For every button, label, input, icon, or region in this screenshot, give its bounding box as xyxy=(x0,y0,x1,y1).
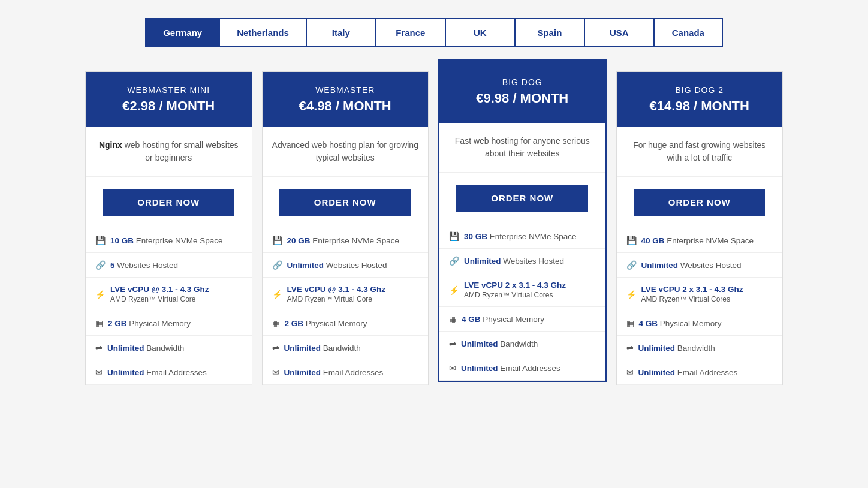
feature-row-big-dog-2-5: ✉Unlimited Email Addresses xyxy=(617,360,783,385)
feature-row-big-dog-2-3: ▦4 GB Physical Memory xyxy=(617,311,783,336)
feature-text-webmaster-1: Unlimited Websites Hosted xyxy=(287,261,387,270)
plan-header-big-dog: BIG DOG€9.98 / MONTH xyxy=(439,61,605,123)
feature-icon-webmaster-mini-0: 💾 xyxy=(95,236,106,245)
plan-name-big-dog: BIG DOG xyxy=(449,77,596,87)
feature-text-big-dog-2-4: Unlimited Bandwidth xyxy=(638,344,715,353)
feature-row-webmaster-mini-1: 🔗5 Websites Hosted xyxy=(86,253,252,278)
feature-row-webmaster-mini-2: ⚡LVE vCPU @ 3.1 - 4.3 GhzAMD Ryzen™ Virt… xyxy=(86,278,252,311)
feature-icon-webmaster-mini-2: ⚡ xyxy=(95,290,106,299)
feature-text-big-dog-2-1: Unlimited Websites Hosted xyxy=(641,261,742,270)
feature-subtext-webmaster-2: AMD Ryzen™ Virtual Core xyxy=(287,295,385,303)
feature-text-big-dog-3: 4 GB Physical Memory xyxy=(462,315,544,324)
plan-name-webmaster: WEBMASTER xyxy=(272,85,419,95)
plan-card-big-dog: BIG DOG€9.98 / MONTHFast web hosting for… xyxy=(438,59,607,382)
feature-highlight-big-dog-2: LVE vCPU 2 x 3.1 - 4.3 Ghz xyxy=(464,281,566,290)
feature-row-webmaster-5: ✉Unlimited Email Addresses xyxy=(263,360,429,385)
feature-highlight-webmaster-mini-2: LVE vCPU @ 3.1 - 4.3 Ghz xyxy=(110,285,209,294)
feature-icon-big-dog-1: 🔗 xyxy=(449,256,459,266)
plan-description-big-dog-2: For huge and fast growing websites with … xyxy=(617,127,783,177)
feature-row-big-dog-2: ⚡LVE vCPU 2 x 3.1 - 4.3 GhzAMD Ryzen™ Vi… xyxy=(439,273,605,307)
feature-row-big-dog-5: ✉Unlimited Email Addresses xyxy=(439,356,605,381)
plan-features-webmaster: 💾20 GB Enterprise NVMe Space🔗Unlimited W… xyxy=(263,228,429,385)
order-button-webmaster-mini[interactable]: ORDER NOW xyxy=(103,189,234,216)
order-btn-wrapper-webmaster-mini: ORDER NOW xyxy=(86,177,252,228)
feature-row-big-dog-1: 🔗Unlimited Websites Hosted xyxy=(439,249,605,273)
order-button-webmaster[interactable]: ORDER NOW xyxy=(279,189,411,216)
feature-text-big-dog-0: 30 GB Enterprise NVMe Space xyxy=(464,232,577,241)
feature-highlight-big-dog-2-2: LVE vCPU 2 x 3.1 - 4.3 Ghz xyxy=(641,285,743,294)
feature-icon-big-dog-2-3: ▦ xyxy=(626,318,634,328)
plan-card-webmaster: WEBMASTER€4.98 / MONTHAdvanced web hosti… xyxy=(262,71,429,385)
feature-icon-webmaster-mini-4: ⇌ xyxy=(95,343,103,353)
plans-container: WEBMASTER MINI€2.98 / MONTHNginx web hos… xyxy=(80,71,788,385)
feature-row-webmaster-mini-4: ⇌Unlimited Bandwidth xyxy=(86,336,252,360)
country-tab-spain[interactable]: Spain xyxy=(514,18,584,47)
order-btn-wrapper-webmaster: ORDER NOW xyxy=(263,177,429,228)
plan-card-big-dog-2: BIG DOG 2€14.98 / MONTHFor huge and fast… xyxy=(616,71,783,385)
feature-text-big-dog-2-3: 4 GB Physical Memory xyxy=(639,319,722,328)
feature-text-webmaster-mini-3: 2 GB Physical Memory xyxy=(108,319,191,328)
order-button-big-dog[interactable]: ORDER NOW xyxy=(456,185,588,212)
feature-highlight-webmaster-5: Unlimited xyxy=(284,368,321,377)
feature-highlight-big-dog-3: 4 GB xyxy=(462,315,481,324)
feature-subtext-big-dog-2-2: AMD Ryzen™ Virtual Cores xyxy=(641,295,743,303)
plan-features-webmaster-mini: 💾10 GB Enterprise NVMe Space🔗5 Websites … xyxy=(86,228,252,385)
feature-highlight-big-dog-0: 30 GB xyxy=(464,232,487,241)
plan-name-big-dog-2: BIG DOG 2 xyxy=(626,85,773,95)
feature-text-big-dog-4: Unlimited Bandwidth xyxy=(461,339,538,348)
feature-icon-webmaster-mini-3: ▦ xyxy=(95,318,103,328)
country-tab-canada[interactable]: Canada xyxy=(653,18,723,47)
feature-icon-webmaster-1: 🔗 xyxy=(272,260,282,270)
feature-icon-big-dog-0: 💾 xyxy=(449,231,459,241)
feature-icon-big-dog-2-4: ⇌ xyxy=(626,343,634,353)
feature-highlight-webmaster-mini-1: 5 xyxy=(110,261,115,270)
feature-icon-big-dog-2-5: ✉ xyxy=(626,367,634,377)
plan-header-webmaster-mini: WEBMASTER MINI€2.98 / MONTH xyxy=(86,72,252,127)
plan-features-big-dog-2: 💾40 GB Enterprise NVMe Space🔗Unlimited W… xyxy=(617,228,783,385)
feature-text-webmaster-4: Unlimited Bandwidth xyxy=(284,344,361,353)
feature-row-big-dog-2-4: ⇌Unlimited Bandwidth xyxy=(617,336,783,360)
plan-description-webmaster: Advanced web hosting plan for growing ty… xyxy=(263,127,429,177)
feature-highlight-big-dog-2-3: 4 GB xyxy=(639,319,658,328)
feature-row-big-dog-0: 💾30 GB Enterprise NVMe Space xyxy=(439,224,605,249)
plan-price-webmaster-mini: €2.98 / MONTH xyxy=(95,98,242,114)
feature-text-big-dog-2-5: Unlimited Email Addresses xyxy=(638,368,738,377)
feature-highlight-webmaster-1: Unlimited xyxy=(287,261,324,270)
plan-price-webmaster: €4.98 / MONTH xyxy=(272,98,419,114)
plan-description-webmaster-mini: Nginx web hosting for small websites or … xyxy=(86,127,252,177)
country-tab-uk[interactable]: UK xyxy=(445,18,514,47)
feature-row-big-dog-4: ⇌Unlimited Bandwidth xyxy=(439,332,605,356)
feature-text-big-dog-5: Unlimited Email Addresses xyxy=(461,364,560,373)
feature-subtext-webmaster-mini-2: AMD Ryzen™ Virtual Core xyxy=(110,295,209,303)
feature-icon-webmaster-mini-1: 🔗 xyxy=(95,260,106,270)
feature-icon-webmaster-5: ✉ xyxy=(272,367,279,377)
country-tab-usa[interactable]: USA xyxy=(584,18,653,47)
feature-highlight-webmaster-mini-5: Unlimited xyxy=(107,368,144,377)
feature-highlight-webmaster-2: LVE vCPU @ 3.1 - 4.3 Ghz xyxy=(287,285,385,294)
feature-text-webmaster-2: LVE vCPU @ 3.1 - 4.3 GhzAMD Ryzen™ Virtu… xyxy=(287,285,385,303)
feature-highlight-big-dog-2-4: Unlimited xyxy=(638,344,676,353)
country-tab-germany[interactable]: Germany xyxy=(145,18,219,47)
feature-row-big-dog-2-0: 💾40 GB Enterprise NVMe Space xyxy=(617,228,783,253)
country-tab-italy[interactable]: Italy xyxy=(306,18,375,47)
plan-features-big-dog: 💾30 GB Enterprise NVMe Space🔗Unlimited W… xyxy=(439,224,605,381)
feature-highlight-webmaster-mini-4: Unlimited xyxy=(107,344,144,353)
country-tab-netherlands[interactable]: Netherlands xyxy=(219,18,306,47)
feature-text-big-dog-2-2: LVE vCPU 2 x 3.1 - 4.3 GhzAMD Ryzen™ Vir… xyxy=(641,285,743,303)
order-btn-wrapper-big-dog: ORDER NOW xyxy=(439,173,605,224)
order-button-big-dog-2[interactable]: ORDER NOW xyxy=(634,189,765,216)
feature-text-webmaster-0: 20 GB Enterprise NVMe Space xyxy=(287,236,400,245)
feature-subtext-big-dog-2: AMD Ryzen™ Virtual Cores xyxy=(464,291,566,299)
plan-header-big-dog-2: BIG DOG 2€14.98 / MONTH xyxy=(617,72,783,127)
plan-price-big-dog-2: €14.98 / MONTH xyxy=(626,98,773,114)
feature-row-big-dog-3: ▦4 GB Physical Memory xyxy=(439,307,605,332)
feature-row-big-dog-2-2: ⚡LVE vCPU 2 x 3.1 - 4.3 GhzAMD Ryzen™ Vi… xyxy=(617,278,783,311)
feature-highlight-webmaster-mini-0: 10 GB xyxy=(110,236,134,245)
feature-text-webmaster-3: 2 GB Physical Memory xyxy=(285,319,367,328)
feature-row-big-dog-2-1: 🔗Unlimited Websites Hosted xyxy=(617,253,783,278)
feature-row-webmaster-4: ⇌Unlimited Bandwidth xyxy=(263,336,429,360)
country-tabs-container: GermanyNetherlandsItalyFranceUKSpainUSAC… xyxy=(12,18,856,47)
country-tab-france[interactable]: France xyxy=(375,18,445,47)
feature-icon-webmaster-3: ▦ xyxy=(272,318,280,328)
feature-highlight-big-dog-2-0: 40 GB xyxy=(641,236,665,245)
